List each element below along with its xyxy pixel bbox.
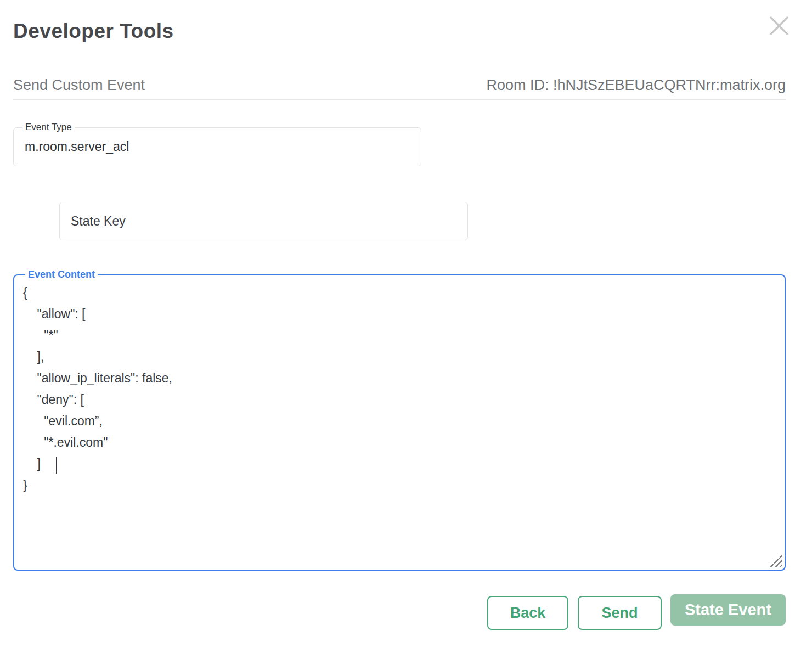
room-id-label: Room ID: !hNJtSzEBEUaCQRTNrr:matrix.org bbox=[486, 77, 786, 94]
subheader: Send Custom Event Room ID: !hNJtSzEBEUaC… bbox=[13, 76, 786, 99]
back-button[interactable]: Back bbox=[487, 596, 568, 630]
event-type-input[interactable] bbox=[25, 128, 414, 166]
developer-tools-dialog: Developer Tools Send Custom Event Room I… bbox=[0, 0, 812, 653]
state-key-input[interactable] bbox=[71, 202, 461, 240]
header-divider bbox=[13, 99, 786, 100]
close-icon[interactable] bbox=[768, 15, 790, 37]
send-button[interactable]: Send bbox=[578, 596, 662, 630]
state-key-field bbox=[59, 202, 468, 240]
event-content-field: Event Content { "allow": [ "*" ], "allow… bbox=[13, 274, 786, 571]
event-type-field: Event Type bbox=[13, 127, 421, 166]
text-caret bbox=[56, 457, 57, 474]
dialog-title: Developer Tools bbox=[13, 20, 174, 43]
send-custom-event-heading: Send Custom Event bbox=[13, 77, 145, 94]
state-event-button[interactable]: State Event bbox=[670, 594, 786, 626]
event-content-textarea[interactable]: { "allow": [ "*" ], "allow_ip_literals":… bbox=[14, 275, 785, 570]
close-x-glyph bbox=[769, 15, 790, 36]
